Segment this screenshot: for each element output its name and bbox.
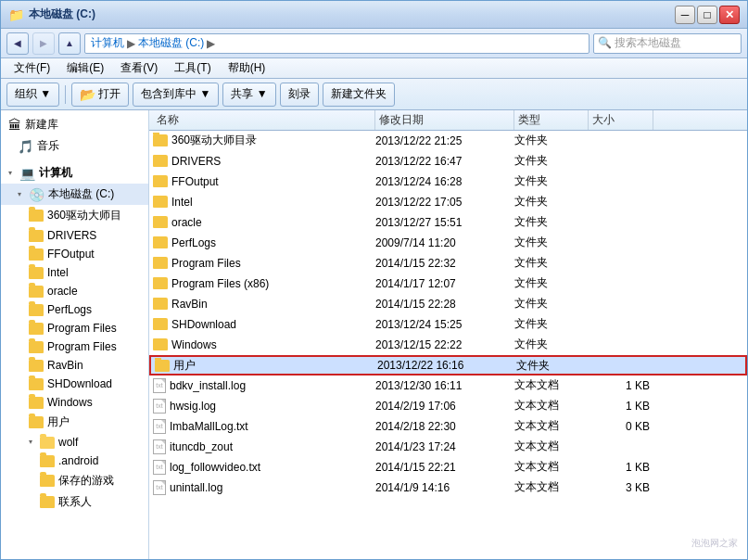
folder-icon-ffoutput bbox=[29, 248, 44, 261]
table-row[interactable]: Program Files 2014/1/15 22:32 文件夹 bbox=[149, 253, 747, 274]
file-icon bbox=[153, 216, 168, 228]
file-name: Intel bbox=[171, 196, 193, 209]
sidebar-item-perflogs[interactable]: PerfLogs bbox=[1, 300, 148, 319]
sidebar-item-intel[interactable]: Intel bbox=[1, 263, 148, 282]
file-icon bbox=[153, 134, 168, 146]
sidebar-item-android[interactable]: .android bbox=[1, 452, 148, 470]
table-row[interactable]: 360驱动大师目录 2013/12/22 21:25 文件夹 bbox=[149, 131, 747, 151]
sidebar-item-music[interactable]: 🎵 音乐 bbox=[1, 135, 148, 157]
table-row[interactable]: SHDownload 2013/12/24 15:25 文件夹 bbox=[149, 314, 747, 335]
file-name: unintall.log bbox=[170, 481, 222, 494]
sidebar-item-drive-c[interactable]: ▾ 💿 本地磁盘 (C:) bbox=[1, 184, 148, 205]
menu-view[interactable]: 查看(V) bbox=[113, 58, 165, 78]
computer-icon: 💻 bbox=[19, 166, 35, 181]
file-icon bbox=[153, 298, 168, 310]
forward-button[interactable]: ▶ bbox=[32, 32, 55, 55]
sidebar-item-users[interactable]: 用户 bbox=[1, 412, 148, 433]
file-name: 用户 bbox=[173, 358, 196, 374]
col-header-type[interactable]: 类型 bbox=[514, 110, 589, 130]
file-name: RavBin bbox=[171, 298, 208, 311]
back-button[interactable]: ◀ bbox=[6, 32, 29, 55]
table-row[interactable]: txt ituncdb_zout 2014/1/23 17:24 文本文档 bbox=[149, 437, 747, 457]
table-row[interactable]: RavBin 2014/1/15 22:28 文件夹 bbox=[149, 294, 747, 314]
expand-icon: ▾ bbox=[8, 169, 18, 178]
sidebar-item-windows[interactable]: Windows bbox=[1, 393, 148, 412]
file-type: 文件夹 bbox=[514, 255, 589, 271]
table-row[interactable]: Intel 2013/12/22 17:05 文件夹 bbox=[149, 192, 747, 212]
burn-button[interactable]: 刻录 bbox=[280, 83, 319, 107]
table-row[interactable]: txt log_followvideo.txt 2014/1/15 22:21 … bbox=[149, 457, 747, 477]
file-size: 3 KB bbox=[589, 481, 653, 494]
file-name: FFOutput bbox=[171, 175, 219, 188]
file-name: PerfLogs bbox=[171, 236, 216, 249]
title-icon: 📁 bbox=[8, 7, 23, 22]
table-row[interactable]: Program Files (x86) 2014/1/17 12:07 文件夹 bbox=[149, 274, 747, 294]
drive-expand-icon: ▾ bbox=[18, 190, 27, 199]
maximize-button[interactable]: □ bbox=[697, 6, 717, 24]
sidebar-item-shdownload[interactable]: SHDownload bbox=[1, 375, 148, 393]
col-header-date[interactable]: 修改日期 bbox=[375, 110, 514, 130]
file-date: 2013/12/24 15:25 bbox=[375, 318, 514, 331]
file-icon: txt bbox=[153, 419, 166, 434]
new-folder-button[interactable]: 新建文件夹 bbox=[323, 83, 395, 107]
organize-button[interactable]: 组织 ▼ bbox=[6, 83, 59, 107]
breadcrumb: 计算机 ▶ 本地磁盘 (C:) ▶ bbox=[84, 33, 590, 54]
file-date: 2014/1/17 12:07 bbox=[375, 277, 514, 290]
file-name: Windows bbox=[171, 338, 217, 351]
sidebar-item-programfiles86[interactable]: Program Files bbox=[1, 337, 148, 356]
up-button[interactable]: ▲ bbox=[58, 32, 81, 55]
sidebar-item-360[interactable]: 360驱动大师目 bbox=[1, 205, 148, 226]
table-row[interactable]: oracle 2013/12/27 15:51 文件夹 bbox=[149, 212, 747, 233]
file-name: Program Files (x86) bbox=[171, 277, 269, 290]
file-date: 2014/2/19 17:06 bbox=[375, 400, 514, 413]
sidebar-item-computer[interactable]: ▾ 💻 计算机 bbox=[1, 162, 148, 184]
menu-help[interactable]: 帮助(H) bbox=[221, 58, 273, 78]
folder-icon-wolf bbox=[40, 437, 55, 449]
table-row[interactable]: 用户 2013/12/22 16:16 文件夹 bbox=[149, 355, 747, 375]
menu-edit[interactable]: 编辑(E) bbox=[59, 58, 111, 78]
include-library-button[interactable]: 包含到库中 ▼ bbox=[133, 83, 219, 107]
file-icon: txt bbox=[153, 378, 166, 393]
drive-icon: 💿 bbox=[29, 187, 44, 202]
sidebar-item-ffoutput[interactable]: FFOutput bbox=[1, 245, 148, 263]
menu-tools[interactable]: 工具(T) bbox=[167, 58, 218, 78]
col-header-size[interactable]: 大小 bbox=[589, 110, 653, 130]
table-row[interactable]: DRIVERS 2013/12/22 16:47 文件夹 bbox=[149, 151, 747, 172]
sidebar-item-drivers[interactable]: DRIVERS bbox=[1, 226, 148, 245]
folder-icon-android bbox=[40, 455, 55, 467]
table-row[interactable]: PerfLogs 2009/7/14 11:20 文件夹 bbox=[149, 233, 747, 253]
file-type: 文件夹 bbox=[516, 358, 590, 374]
sidebar-item-wolf[interactable]: ▾ wolf bbox=[1, 433, 148, 452]
file-icon bbox=[153, 338, 168, 350]
sidebar-item-programfiles[interactable]: Program Files bbox=[1, 319, 148, 337]
minimize-button[interactable]: ─ bbox=[675, 6, 695, 24]
col-header-name[interactable]: 名称 bbox=[153, 110, 375, 130]
table-row[interactable]: txt bdkv_install.log 2013/12/30 16:11 文本… bbox=[149, 375, 747, 396]
sidebar-item-contacts[interactable]: 联系人 bbox=[1, 491, 148, 513]
sidebar-item-oracle[interactable]: oracle bbox=[1, 282, 148, 300]
file-icon bbox=[153, 236, 168, 248]
file-type: 文本文档 bbox=[514, 398, 589, 414]
folder-icon-users bbox=[29, 416, 44, 428]
folder-icon-perflogs bbox=[29, 304, 44, 316]
table-row[interactable]: txt hwsig.log 2014/2/19 17:06 文本文档 1 KB bbox=[149, 396, 747, 416]
table-row[interactable]: txt ImbaMallLog.txt 2014/2/18 22:30 文本文档… bbox=[149, 416, 747, 437]
file-name: hwsig.log bbox=[170, 400, 216, 413]
breadcrumb-computer[interactable]: 计算机 bbox=[91, 35, 124, 51]
sidebar-item-saved-games[interactable]: 保存的游戏 bbox=[1, 470, 148, 491]
sidebar-item-new-library[interactable]: 🏛 新建库 bbox=[1, 114, 148, 135]
file-type: 文件夹 bbox=[514, 214, 589, 230]
table-row[interactable]: Windows 2013/12/15 22:22 文件夹 bbox=[149, 335, 747, 355]
folder-icon-shdownload bbox=[29, 378, 44, 390]
table-row[interactable]: FFOutput 2013/12/24 16:28 文件夹 bbox=[149, 172, 747, 192]
close-button[interactable]: ✕ bbox=[719, 6, 740, 24]
open-button[interactable]: 📂 打开 bbox=[71, 83, 129, 107]
breadcrumb-drive[interactable]: 本地磁盘 (C:) bbox=[138, 35, 204, 51]
sidebar-item-ravbin[interactable]: RavBin bbox=[1, 356, 148, 375]
file-type: 文件夹 bbox=[514, 153, 589, 169]
search-input[interactable]: 🔍 搜索本地磁盘 bbox=[593, 33, 742, 54]
menu-file[interactable]: 文件(F) bbox=[6, 58, 57, 78]
share-button[interactable]: 共享 ▼ bbox=[222, 83, 275, 107]
table-row[interactable]: txt unintall.log 2014/1/9 14:16 文本文档 3 K… bbox=[149, 477, 747, 498]
file-name: oracle bbox=[171, 216, 202, 229]
